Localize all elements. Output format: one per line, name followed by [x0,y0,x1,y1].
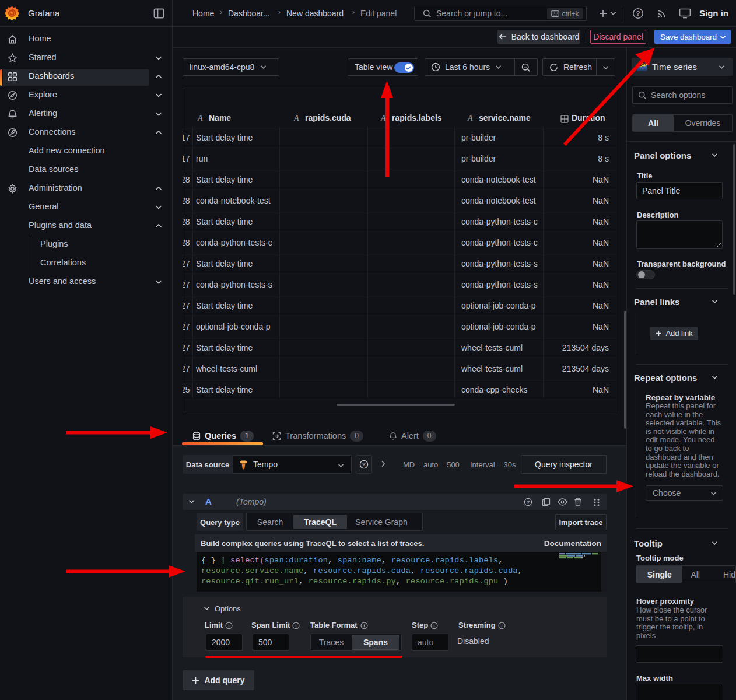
svg-text:?: ? [527,499,530,505]
svg-text:?: ? [636,10,640,17]
svg-text:?: ? [362,461,366,467]
